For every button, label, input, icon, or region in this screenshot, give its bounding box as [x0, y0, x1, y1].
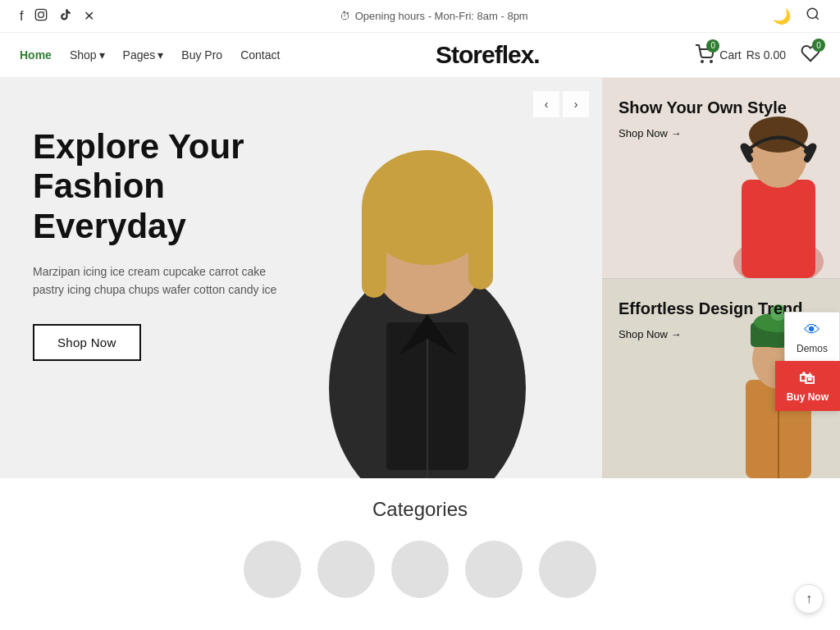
nav-buy-pro[interactable]: Buy Pro	[181, 48, 222, 62]
category-item[interactable]	[244, 541, 301, 598]
nav-shop[interactable]: Shop ▾	[70, 48, 105, 62]
svg-rect-0	[36, 9, 47, 20]
instagram-icon[interactable]	[34, 8, 48, 25]
nav-contact[interactable]: Contact	[240, 48, 280, 62]
hero-side: Show Your Own Style Shop Now →	[602, 78, 840, 478]
chevron-down-icon: ▾	[158, 48, 163, 62]
social-icons: f ✕	[20, 8, 94, 25]
svg-rect-10	[362, 199, 386, 298]
category-item[interactable]	[391, 541, 449, 598]
chevron-down-icon: ▾	[99, 48, 105, 62]
nav-home[interactable]: Home	[20, 48, 52, 62]
header: Home Shop ▾ Pages ▾ Buy Pro Contact Stor…	[0, 33, 840, 78]
side-panel-trend-shop-link[interactable]: Shop Now →	[619, 328, 803, 340]
cart-badge: 0	[706, 39, 719, 52]
nav-links: Home Shop ▾ Pages ▾ Buy Pro Contact	[20, 48, 280, 62]
demos-label: Demos	[797, 343, 828, 354]
search-icon[interactable]	[806, 7, 820, 25]
dark-mode-icon[interactable]: 🌙	[773, 7, 791, 25]
category-circle	[465, 541, 523, 598]
bag-icon: 🛍	[799, 369, 815, 388]
side-panel-trend-title: Effortless Design Trend	[619, 299, 803, 318]
category-circle	[539, 541, 596, 598]
side-panel-style-content: Show Your Own Style Shop Now →	[619, 98, 787, 139]
hero-content: Explore Your Fashion Everyday Marzipan i…	[33, 127, 279, 361]
top-bar: f ✕ ⏱ Opening hours - Mon-Fri: 8am - 8pm…	[0, 0, 840, 33]
carousel-prev-button[interactable]: ‹	[533, 91, 559, 117]
categories-row	[20, 534, 820, 598]
cart-price: Rs 0.00	[746, 48, 786, 62]
categories-title: Categories	[20, 498, 820, 521]
x-twitter-icon[interactable]: ✕	[84, 8, 94, 24]
shop-now-button[interactable]: Shop Now	[33, 324, 141, 361]
side-panel-style-shop-link[interactable]: Shop Now →	[619, 127, 787, 139]
hero-title: Explore Your Fashion Everyday	[33, 127, 279, 246]
cart-label: Cart	[719, 48, 741, 62]
category-item[interactable]	[465, 541, 523, 598]
buy-now-label: Buy Now	[787, 391, 829, 403]
carousel-arrows: ‹ ›	[533, 91, 589, 117]
demos-button[interactable]: 👁 Demos	[784, 312, 840, 363]
tiktok-icon[interactable]	[59, 8, 72, 25]
facebook-icon[interactable]: f	[20, 9, 23, 24]
svg-point-5	[701, 61, 703, 62]
svg-rect-17	[742, 180, 815, 278]
svg-point-6	[710, 61, 712, 62]
arrow-up-icon: ↑	[806, 591, 812, 606]
opening-hours: ⏱ Opening hours - Mon-Fri: 8am - 8pm	[340, 10, 528, 22]
hero-main: Explore Your Fashion Everyday Marzipan i…	[0, 78, 602, 478]
side-panel-style-title: Show Your Own Style	[619, 98, 787, 117]
categories-section: Categories	[0, 478, 840, 598]
hero-image	[253, 78, 602, 478]
side-panel-style: Show Your Own Style Shop Now →	[602, 78, 840, 278]
svg-rect-11	[468, 199, 493, 290]
wishlist-area[interactable]: 0	[801, 43, 820, 66]
category-circle	[244, 541, 301, 598]
eye-icon: 👁	[804, 321, 820, 340]
category-item[interactable]	[317, 541, 375, 598]
top-bar-right: 🌙	[773, 7, 820, 25]
category-circle	[391, 541, 449, 598]
nav-pages[interactable]: Pages ▾	[123, 48, 164, 62]
buy-now-button[interactable]: 🛍 Buy Now	[775, 361, 840, 411]
hero-person-svg	[280, 78, 575, 478]
svg-point-1	[39, 11, 44, 17]
category-item[interactable]	[539, 541, 596, 598]
svg-line-4	[815, 16, 818, 19]
logo[interactable]: Storeflex.	[436, 41, 540, 69]
scroll-up-button[interactable]: ↑	[794, 584, 824, 614]
hero-description: Marzipan icing ice cream cupcake carrot …	[33, 262, 279, 299]
carousel-next-button[interactable]: ›	[563, 91, 589, 117]
wishlist-badge: 0	[812, 39, 825, 52]
header-right: 0 Cart Rs 0.00 0	[695, 43, 820, 66]
side-panel-trend-content: Effortless Design Trend Shop Now →	[619, 299, 803, 340]
category-circle	[317, 541, 375, 598]
svg-point-3	[807, 8, 817, 18]
clock-icon: ⏱	[340, 10, 350, 22]
hero-section: Explore Your Fashion Everyday Marzipan i…	[0, 78, 840, 478]
svg-point-2	[43, 11, 44, 11]
cart-area[interactable]: 0 Cart Rs 0.00	[695, 44, 786, 66]
